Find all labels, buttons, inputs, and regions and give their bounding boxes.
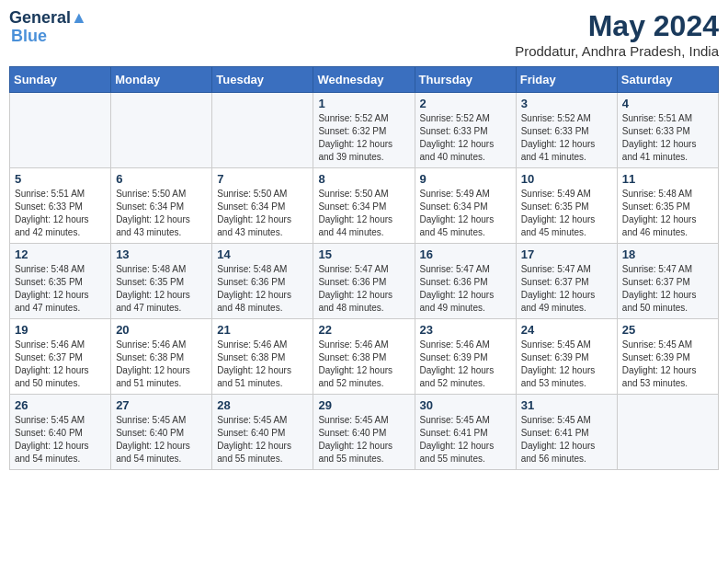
day-info: Sunrise: 5:50 AM Sunset: 6:34 PM Dayligh… (116, 188, 207, 239)
day-cell (10, 93, 111, 168)
day-cell: 24Sunrise: 5:45 AM Sunset: 6:39 PM Dayli… (516, 319, 617, 395)
day-info: Sunrise: 5:48 AM Sunset: 6:35 PM Dayligh… (15, 263, 106, 315)
day-cell (111, 93, 212, 168)
day-number: 26 (15, 398, 106, 412)
day-info: Sunrise: 5:45 AM Sunset: 6:41 PM Dayligh… (521, 414, 612, 465)
day-number: 25 (622, 323, 713, 337)
day-number: 4 (622, 97, 713, 110)
day-number: 22 (318, 323, 409, 337)
day-number: 14 (217, 247, 308, 261)
page-header: General▲ Blue May 2024 Proddatur, Andhra… (9, 9, 719, 59)
logo-text: General▲ (9, 9, 87, 28)
day-cell: 6Sunrise: 5:50 AM Sunset: 6:34 PM Daylig… (111, 168, 212, 244)
day-number: 11 (622, 172, 713, 186)
day-cell: 27Sunrise: 5:45 AM Sunset: 6:40 PM Dayli… (111, 395, 212, 470)
day-number: 30 (420, 398, 511, 412)
day-number: 24 (521, 323, 612, 337)
day-info: Sunrise: 5:47 AM Sunset: 6:36 PM Dayligh… (318, 263, 409, 315)
day-number: 7 (217, 172, 308, 186)
weekday-header-monday: Monday (111, 67, 212, 93)
weekday-header-friday: Friday (516, 67, 617, 93)
day-number: 27 (116, 398, 207, 412)
day-cell: 20Sunrise: 5:46 AM Sunset: 6:38 PM Dayli… (111, 319, 212, 395)
title-block: May 2024 Proddatur, Andhra Pradesh, Indi… (515, 9, 719, 59)
day-cell: 7Sunrise: 5:50 AM Sunset: 6:34 PM Daylig… (212, 168, 313, 244)
day-number: 2 (420, 97, 511, 110)
day-cell: 2Sunrise: 5:52 AM Sunset: 6:33 PM Daylig… (415, 93, 516, 168)
weekday-header-saturday: Saturday (617, 67, 718, 93)
day-cell: 10Sunrise: 5:49 AM Sunset: 6:35 PM Dayli… (516, 168, 617, 244)
day-number: 28 (217, 398, 308, 412)
day-info: Sunrise: 5:52 AM Sunset: 6:32 PM Dayligh… (318, 112, 409, 164)
day-cell: 30Sunrise: 5:45 AM Sunset: 6:41 PM Dayli… (415, 395, 516, 470)
day-info: Sunrise: 5:48 AM Sunset: 6:35 PM Dayligh… (622, 188, 713, 239)
day-cell: 29Sunrise: 5:45 AM Sunset: 6:40 PM Dayli… (313, 395, 415, 470)
day-number: 6 (116, 172, 207, 186)
week-row-3: 12Sunrise: 5:48 AM Sunset: 6:35 PM Dayli… (10, 244, 719, 319)
calendar-table: SundayMondayTuesdayWednesdayThursdayFrid… (9, 66, 719, 470)
day-number: 23 (420, 323, 511, 337)
day-info: Sunrise: 5:45 AM Sunset: 6:40 PM Dayligh… (116, 414, 207, 465)
day-cell: 14Sunrise: 5:48 AM Sunset: 6:36 PM Dayli… (212, 244, 313, 319)
day-info: Sunrise: 5:47 AM Sunset: 6:37 PM Dayligh… (622, 263, 713, 315)
day-info: Sunrise: 5:50 AM Sunset: 6:34 PM Dayligh… (217, 188, 308, 239)
day-cell: 22Sunrise: 5:46 AM Sunset: 6:38 PM Dayli… (313, 319, 415, 395)
day-cell: 25Sunrise: 5:45 AM Sunset: 6:39 PM Dayli… (617, 319, 718, 395)
day-number: 10 (521, 172, 612, 186)
day-info: Sunrise: 5:52 AM Sunset: 6:33 PM Dayligh… (521, 112, 612, 164)
day-cell: 9Sunrise: 5:49 AM Sunset: 6:34 PM Daylig… (415, 168, 516, 244)
month-year: May 2024 (515, 9, 719, 43)
day-cell (212, 93, 313, 168)
day-info: Sunrise: 5:45 AM Sunset: 6:39 PM Dayligh… (521, 339, 612, 390)
day-number: 16 (420, 247, 511, 261)
day-info: Sunrise: 5:52 AM Sunset: 6:33 PM Dayligh… (420, 112, 511, 164)
day-info: Sunrise: 5:47 AM Sunset: 6:37 PM Dayligh… (521, 263, 612, 315)
day-info: Sunrise: 5:49 AM Sunset: 6:35 PM Dayligh… (521, 188, 612, 239)
week-row-1: 1Sunrise: 5:52 AM Sunset: 6:32 PM Daylig… (10, 93, 719, 168)
weekday-header-tuesday: Tuesday (212, 67, 313, 93)
day-info: Sunrise: 5:45 AM Sunset: 6:40 PM Dayligh… (217, 414, 308, 465)
day-number: 17 (521, 247, 612, 261)
day-info: Sunrise: 5:51 AM Sunset: 6:33 PM Dayligh… (15, 188, 106, 239)
day-number: 21 (217, 323, 308, 337)
day-cell: 11Sunrise: 5:48 AM Sunset: 6:35 PM Dayli… (617, 168, 718, 244)
day-info: Sunrise: 5:48 AM Sunset: 6:36 PM Dayligh… (217, 263, 308, 315)
day-cell: 31Sunrise: 5:45 AM Sunset: 6:41 PM Dayli… (516, 395, 617, 470)
day-cell: 23Sunrise: 5:46 AM Sunset: 6:39 PM Dayli… (415, 319, 516, 395)
week-row-4: 19Sunrise: 5:46 AM Sunset: 6:37 PM Dayli… (10, 319, 719, 395)
day-info: Sunrise: 5:46 AM Sunset: 6:38 PM Dayligh… (116, 339, 207, 390)
day-cell: 19Sunrise: 5:46 AM Sunset: 6:37 PM Dayli… (10, 319, 111, 395)
day-number: 12 (15, 247, 106, 261)
day-cell: 5Sunrise: 5:51 AM Sunset: 6:33 PM Daylig… (10, 168, 111, 244)
day-info: Sunrise: 5:51 AM Sunset: 6:33 PM Dayligh… (622, 112, 713, 164)
day-cell: 1Sunrise: 5:52 AM Sunset: 6:32 PM Daylig… (313, 93, 415, 168)
day-info: Sunrise: 5:49 AM Sunset: 6:34 PM Dayligh… (420, 188, 511, 239)
day-cell: 18Sunrise: 5:47 AM Sunset: 6:37 PM Dayli… (617, 244, 718, 319)
day-info: Sunrise: 5:47 AM Sunset: 6:36 PM Dayligh… (420, 263, 511, 315)
day-number: 8 (318, 172, 409, 186)
weekday-header-wednesday: Wednesday (313, 67, 415, 93)
weekday-header-thursday: Thursday (415, 67, 516, 93)
day-info: Sunrise: 5:45 AM Sunset: 6:40 PM Dayligh… (318, 414, 409, 465)
logo: General▲ Blue (9, 9, 87, 46)
logo-blue: Blue (11, 28, 47, 46)
day-number: 13 (116, 247, 207, 261)
day-info: Sunrise: 5:50 AM Sunset: 6:34 PM Dayligh… (318, 188, 409, 239)
day-number: 15 (318, 247, 409, 261)
day-cell: 12Sunrise: 5:48 AM Sunset: 6:35 PM Dayli… (10, 244, 111, 319)
day-number: 20 (116, 323, 207, 337)
day-number: 19 (15, 323, 106, 337)
day-cell: 4Sunrise: 5:51 AM Sunset: 6:33 PM Daylig… (617, 93, 718, 168)
day-number: 3 (521, 97, 612, 110)
day-info: Sunrise: 5:46 AM Sunset: 6:37 PM Dayligh… (15, 339, 106, 390)
day-number: 5 (15, 172, 106, 186)
day-cell: 26Sunrise: 5:45 AM Sunset: 6:40 PM Dayli… (10, 395, 111, 470)
day-info: Sunrise: 5:45 AM Sunset: 6:39 PM Dayligh… (622, 339, 713, 390)
day-info: Sunrise: 5:48 AM Sunset: 6:35 PM Dayligh… (116, 263, 207, 315)
week-row-5: 26Sunrise: 5:45 AM Sunset: 6:40 PM Dayli… (10, 395, 719, 470)
day-cell: 3Sunrise: 5:52 AM Sunset: 6:33 PM Daylig… (516, 93, 617, 168)
day-cell: 16Sunrise: 5:47 AM Sunset: 6:36 PM Dayli… (415, 244, 516, 319)
day-number: 18 (622, 247, 713, 261)
day-info: Sunrise: 5:46 AM Sunset: 6:39 PM Dayligh… (420, 339, 511, 390)
day-cell (617, 395, 718, 470)
